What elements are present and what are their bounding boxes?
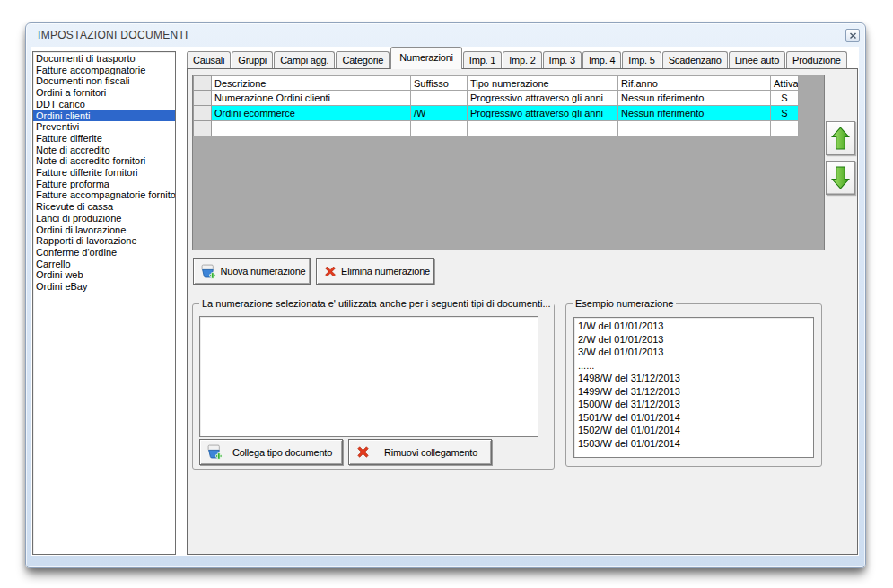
example-numeration-title: Esempio numerazione [573,298,676,309]
new-numeration-label: Nuova numerazione [216,266,310,276]
table-header-row: Descrizione Suffisso Tipo numerazione Ri… [194,76,799,91]
example-numeration-item: 3/W del 01/01/2013 [578,346,810,359]
document-type-item[interactable]: Ordini eBay [33,281,175,293]
column-header: Attiva [771,76,799,91]
new-numeration-button[interactable]: Nuova numerazione [193,258,311,285]
cell-attiva[interactable]: S [771,106,799,121]
tab[interactable]: Produzione [786,51,847,68]
document-type-item[interactable]: Rapporti di lavorazione [33,235,175,247]
cell-suffisso[interactable] [411,91,468,106]
table-row[interactable]: Numerazione Ordini clienti Progressivo a… [194,91,799,106]
row-selector-cell[interactable] [194,106,212,121]
document-type-item[interactable]: Fatture accompagnatorie fornitori [33,189,175,201]
document-type-item[interactable]: Preventivi [33,121,175,133]
tab[interactable]: Categorie [336,51,390,68]
cell-descrizione[interactable]: Numerazione Ordini clienti [212,91,411,106]
document-type-item[interactable]: Note di accredito fornitori [33,155,175,167]
document-type-item[interactable]: Ricevute di cassa [33,201,175,213]
link-document-button[interactable]: Collega tipo documento [199,439,343,465]
numerations-table: Descrizione Suffisso Tipo numerazione Ri… [193,75,799,136]
document-type-item[interactable]: Conferme d'ordine [33,247,175,259]
column-header: Tipo numerazione [468,76,618,91]
tab[interactable]: Scadenzario [662,51,728,68]
cell-attiva[interactable] [771,121,799,136]
delete-numeration-button[interactable]: Elimina numerazione [316,258,434,285]
example-numeration-item: 1502/W del 01/01/2014 [578,424,810,437]
unlink-document-label: Rimuovi collegamento [371,447,491,458]
row-selector-cell[interactable] [194,91,212,106]
tab[interactable]: Imp. 3 [543,51,582,68]
document-type-item[interactable]: Ordini di lavorazione [33,224,175,236]
tab[interactable]: Causali [187,51,231,68]
row-selector-cell[interactable] [194,121,212,136]
cell-rif-anno[interactable] [618,121,771,136]
document-type-list[interactable]: Documenti di trasporto Fatture accompagn… [32,51,176,555]
linked-documents-list[interactable] [199,316,538,437]
title-bar[interactable]: IMPOSTAZIONI DOCUMENTI [26,23,865,47]
document-type-item[interactable]: Fatture accompagnatorie [33,65,175,76]
close-icon [849,32,857,39]
table-row[interactable]: Ordini ecommerce /W Progressivo attraver… [194,106,799,121]
tab[interactable]: Imp. 5 [622,51,661,68]
cell-descrizione[interactable] [212,121,411,136]
column-header: Suffisso [411,76,468,91]
numerazioni-tab-panel: Descrizione Suffisso Tipo numerazione Ri… [187,68,858,555]
document-type-item[interactable]: Ordini web [33,269,175,281]
delete-numeration-label: Elimina numerazione [337,266,433,276]
table-row[interactable] [194,121,799,136]
add-basket-icon [200,264,216,279]
example-numeration-item: 1501/W del 01/01/2014 [578,411,810,425]
example-numeration-list[interactable]: 1/W del 01/01/20132/W del 01/01/20133/W … [573,317,814,458]
cell-tipo-numerazione[interactable]: Progressivo attraverso gli anni [468,91,618,106]
document-type-item[interactable]: Documenti non fiscali [33,75,175,87]
document-type-item[interactable]: Fatture differite [33,133,175,145]
example-numeration-groupbox: Esempio numerazione 1/W del 01/01/20132/… [565,303,822,467]
example-numeration-item: 1503/W del 01/01/2014 [578,437,810,451]
settings-dialog: IMPOSTAZIONI DOCUMENTI Documenti di tras… [25,22,866,568]
unlink-document-button[interactable]: Rimuovi collegamento [348,439,492,465]
cell-tipo-numerazione[interactable] [468,121,618,136]
tab[interactable]: Imp. 4 [582,51,621,68]
document-type-item[interactable]: Lanci di produzione [33,213,175,224]
document-type-item[interactable]: Carrello [33,259,175,270]
window-title: IMPOSTAZIONI DOCUMENTI [38,23,188,48]
example-numeration-item: ...... [578,359,810,373]
cell-rif-anno[interactable]: Nessun riferimento [618,106,771,121]
linked-documents-groupbox: La numerazione selezionata e' utilizzata… [192,303,555,470]
up-arrow-icon [831,127,850,150]
document-type-item[interactable]: Ordini a fornitori [33,87,175,99]
cell-suffisso[interactable]: /W [411,106,468,121]
link-document-label: Collega tipo documento [223,447,342,458]
column-header: Descrizione [212,76,411,91]
cell-tipo-numerazione[interactable]: Progressivo attraverso gli anni [468,106,618,121]
close-button[interactable] [845,29,860,42]
document-type-item[interactable]: Fatture proforma [33,179,175,190]
document-type-item[interactable]: DDT carico [33,99,175,110]
example-numeration-item: 1499/W del 31/12/2013 [578,385,810,399]
tab[interactable]: Numerazioni [390,47,462,69]
cell-rif-anno[interactable]: Nessun riferimento [618,91,771,106]
document-type-item[interactable]: Documenti di trasporto [33,53,175,65]
document-type-item[interactable]: Fatture differite fornitori [33,167,175,179]
red-x-icon [323,264,337,279]
tab[interactable]: Gruppi [232,51,273,68]
example-numeration-item: 1498/W del 31/12/2013 [578,372,810,385]
tab[interactable]: Imp. 2 [503,51,541,68]
document-type-item[interactable]: Ordini clienti [33,110,175,122]
example-numeration-item: 2/W del 01/01/2013 [578,333,810,347]
example-numeration-item: 1/W del 01/01/2013 [578,320,810,333]
linked-documents-title: La numerazione selezionata e' utilizzata… [199,298,554,309]
tab[interactable]: Campi agg. [274,51,335,68]
example-numeration-item: 1500/W del 31/12/2013 [578,398,810,411]
cell-descrizione[interactable]: Ordini ecommerce [212,106,411,121]
tab[interactable]: Linee auto [729,51,785,68]
selector-header-cell [194,76,212,91]
tab-strip: Causali Gruppi Campi agg. Categorie Nume… [187,47,848,68]
cell-attiva[interactable]: S [771,91,799,106]
document-type-item[interactable]: Note di accredito [33,145,175,156]
tab[interactable]: Imp. 1 [463,51,502,68]
add-basket-icon [206,444,223,460]
cell-suffisso[interactable] [411,121,468,136]
move-up-button[interactable] [826,121,855,155]
move-down-button[interactable] [826,161,855,195]
